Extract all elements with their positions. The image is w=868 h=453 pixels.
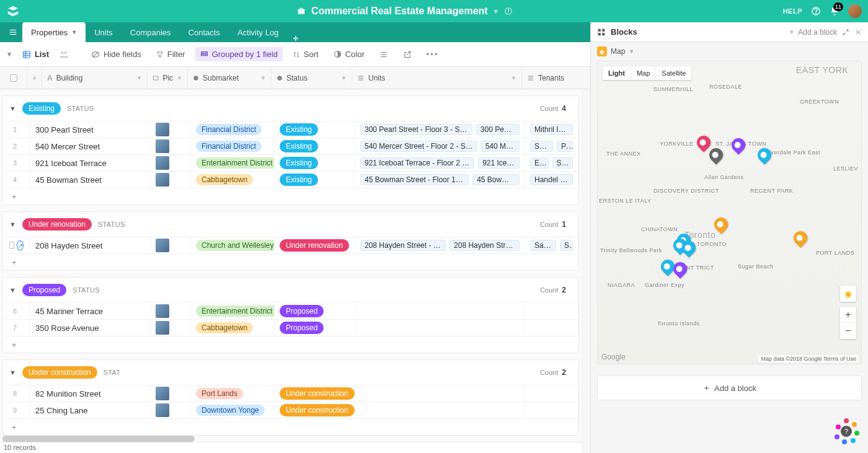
cell-units[interactable] — [355, 303, 525, 319]
cell-pic[interactable] — [151, 121, 191, 138]
cell-tenants[interactable]: Mithril Investment — [525, 121, 578, 138]
table-row[interactable]: 2540 Mercer StreetFinancial DistrictExis… — [3, 138, 578, 154]
collaborators-icon[interactable] — [59, 50, 69, 59]
table-row[interactable]: 645 Mariner TerraceEntertainment Distric… — [3, 302, 578, 319]
avatar[interactable] — [848, 4, 862, 18]
map-pin[interactable] — [694, 133, 713, 152]
map-type-map[interactable]: Map — [631, 66, 656, 80]
cell-units[interactable] — [355, 385, 525, 402]
cell-submarket[interactable]: Port Lands — [191, 385, 275, 402]
cell-tenants[interactable]: EnnWeSaurus F — [525, 155, 578, 171]
cell-status[interactable]: Under construction — [275, 402, 355, 418]
cell-tenants[interactable]: Handel & Gretel P — [525, 172, 578, 188]
cell-submarket[interactable]: Cabbagetown — [191, 172, 275, 188]
cell-status[interactable]: Existing — [275, 172, 355, 188]
cell-units[interactable]: 45 Bowman Street - Floor 1 - Suite 445 B… — [355, 172, 525, 188]
add-row-button[interactable]: + — [3, 418, 578, 435]
map-type-satellite[interactable]: Satellite — [656, 66, 691, 80]
map-type-selector[interactable]: Light Map Satellite — [603, 66, 691, 80]
cell-pic[interactable] — [151, 385, 191, 402]
cell-building[interactable]: 208 Hayden Street — [30, 237, 151, 253]
cell-building[interactable]: 25 Ching Lane — [30, 402, 151, 418]
chevron-down-icon[interactable]: ▼ — [6, 51, 12, 58]
table-row[interactable]: 3921 Iceboat TerraceEntertainment Distri… — [3, 154, 578, 171]
expand-icon[interactable] — [842, 29, 849, 36]
table-row[interactable]: 7350 Rose AvenueCabbagetownProposed — [3, 319, 578, 336]
cell-tenants[interactable] — [525, 402, 578, 418]
cell-units[interactable]: 208 Hayden Street - Floor 3208 Hayden St… — [355, 237, 525, 253]
cell-pic[interactable] — [151, 155, 191, 171]
zoom-out-button[interactable]: − — [840, 323, 856, 339]
column-building[interactable]: ABuilding▼ — [42, 67, 148, 89]
cell-building[interactable]: 45 Mariner Terrace — [30, 303, 151, 319]
cell-units[interactable] — [355, 320, 525, 336]
cell-tenants[interactable]: Sakura HotelSai — [525, 237, 578, 253]
group-header[interactable]: ▼ProposedSTATUSCount 2 — [3, 278, 578, 302]
map-pin[interactable] — [790, 228, 810, 247]
help-link[interactable]: HELP — [783, 7, 802, 15]
help-icon[interactable] — [811, 6, 821, 16]
table-row[interactable]: 445 Bowman StreetCabbagetownExisting45 B… — [3, 171, 578, 188]
group-button[interactable]: Grouped by 1 field — [195, 47, 283, 61]
column-units[interactable]: Units▼ — [352, 67, 522, 89]
cell-units[interactable]: 540 Mercer Street - Floor 2 - Suite 2025… — [355, 138, 525, 154]
add-block-button[interactable]: ＋ Add a block — [597, 376, 862, 400]
block-toolbar[interactable]: ◆ Map ▼ — [591, 42, 868, 61]
cell-building[interactable]: 82 Munition Street — [30, 385, 151, 402]
view-switcher[interactable]: List — [17, 47, 54, 61]
cell-building[interactable]: 350 Rose Avenue — [30, 320, 151, 336]
map-pin[interactable] — [711, 214, 730, 234]
notifications-icon[interactable]: 11 — [830, 6, 839, 16]
add-row-button[interactable]: + — [3, 253, 578, 270]
hide-fields-button[interactable]: Hide fields — [86, 47, 146, 61]
cell-pic[interactable] — [151, 303, 191, 319]
cell-units[interactable]: 300 Pearl Street - Floor 3 - Suite 30230… — [355, 121, 525, 138]
table-row[interactable]: 1300 Pearl StreetFinancial DistrictExist… — [3, 121, 578, 138]
group-header[interactable]: ▼Under renovationSTATUSCount 1 — [3, 212, 578, 237]
map-pin[interactable] — [706, 145, 725, 164]
group-header[interactable]: ▼Under constructionSTATCount 2 — [3, 360, 578, 385]
cell-status[interactable]: Existing — [275, 138, 355, 154]
tab-activity-log[interactable]: Activity Log — [229, 22, 287, 42]
add-block-header[interactable]: ＋ Add a block — [788, 27, 837, 37]
table-row[interactable]: 882 Munition StreetPort LandsUnder const… — [3, 385, 578, 402]
color-button[interactable]: Color — [329, 47, 370, 61]
cell-status[interactable]: Proposed — [275, 303, 355, 319]
cell-submarket[interactable]: Church and Wellesley — [191, 237, 275, 253]
table-row[interactable]: ↗208 Hayden StreetChurch and WellesleyUn… — [3, 237, 578, 253]
column-status[interactable]: Status▼ — [272, 67, 352, 89]
filter-button[interactable]: Filter — [151, 47, 190, 61]
cell-tenants[interactable] — [525, 303, 578, 319]
row-expand[interactable]: ↗ — [3, 237, 30, 253]
cell-units[interactable]: 921 Iceboat Terrace - Floor 2 - Suite 49… — [355, 155, 525, 171]
group-header[interactable]: ▼ExistingSTATUSCount 4 — [3, 96, 578, 121]
map-pin[interactable] — [728, 135, 748, 154]
cell-submarket[interactable]: Downtown Yonge — [191, 402, 275, 418]
add-row-button[interactable]: + — [3, 188, 578, 205]
cell-status[interactable]: Existing — [275, 155, 355, 171]
tab-units[interactable]: Units — [86, 22, 122, 42]
sort-button[interactable]: Sort — [288, 47, 324, 61]
cell-building[interactable]: 300 Pearl Street — [30, 121, 151, 138]
map-canvas[interactable]: Light Map Satellite EAST YORKSUMMERHILLR… — [597, 61, 862, 364]
info-icon[interactable] — [504, 7, 513, 15]
zoom-in-button[interactable]: + — [840, 307, 856, 323]
tab-companies[interactable]: Companies — [122, 22, 180, 42]
chevron-down-icon[interactable]: ▼ — [493, 8, 499, 15]
cell-building[interactable]: 921 Iceboat Terrace — [30, 155, 151, 171]
tab-contacts[interactable]: Contacts — [180, 22, 229, 42]
cell-pic[interactable] — [151, 172, 191, 188]
cell-submarket[interactable]: Financial District — [191, 121, 275, 138]
cell-submarket[interactable]: Cabbagetown — [191, 320, 275, 336]
add-table-button[interactable] — [287, 35, 304, 42]
cell-tenants[interactable] — [525, 320, 578, 336]
table-row[interactable]: 925 Ching LaneDowntown YongeUnder constr… — [3, 402, 578, 418]
cell-submarket[interactable]: Entertainment District — [191, 303, 275, 319]
cell-pic[interactable] — [151, 138, 191, 154]
select-all[interactable] — [0, 67, 27, 89]
add-row-button[interactable]: + — [3, 336, 578, 353]
cell-pic[interactable] — [151, 320, 191, 336]
tab-properties[interactable]: Properties▼ — [22, 22, 86, 42]
map-pin[interactable] — [755, 145, 774, 164]
cell-tenants[interactable] — [525, 385, 578, 402]
